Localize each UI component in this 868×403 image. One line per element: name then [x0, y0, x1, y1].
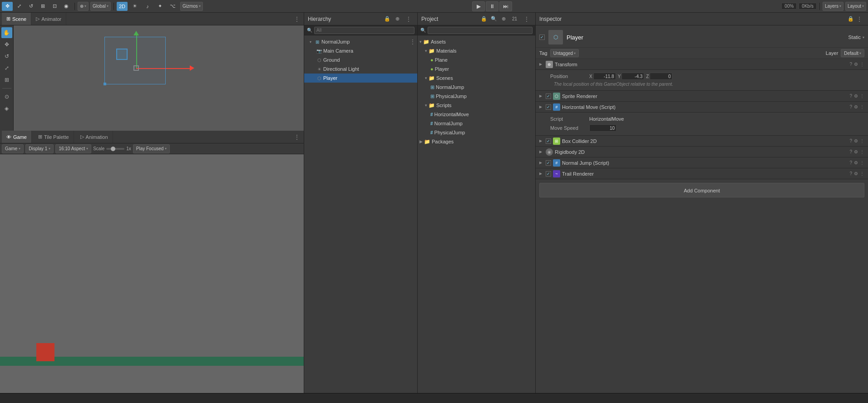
- inspector-lock-btn[interactable]: 🔒: [847, 15, 854, 23]
- project-add-btn[interactable]: ⊕: [500, 15, 508, 23]
- normaljump-help-btn[interactable]: ?: [849, 160, 852, 165]
- layer-dropdown[interactable]: Default ▾: [841, 49, 864, 57]
- audio-toggle[interactable]: ♪: [142, 2, 153, 11]
- boxcollider-menu-btn[interactable]: ⋮: [860, 138, 864, 143]
- position-z-input[interactable]: [650, 73, 672, 80]
- project-search-input[interactable]: [428, 27, 533, 34]
- horizontalmove-settings-btn[interactable]: ⚙: [854, 104, 858, 109]
- normaljump-settings-btn[interactable]: ⚙: [854, 160, 858, 165]
- move-tool-btn[interactable]: ✥: [1, 39, 12, 50]
- sprite-checkbox[interactable]: ✓: [546, 93, 551, 99]
- play-button[interactable]: ▶: [472, 1, 485, 11]
- sprite-help-btn[interactable]: ?: [849, 93, 852, 98]
- display-dropdown[interactable]: Display 1 ▾: [25, 144, 54, 153]
- scene-menu-btn[interactable]: ⋮: [292, 15, 302, 23]
- tab-animator[interactable]: ▷ Animator: [31, 13, 66, 25]
- multi-tool[interactable]: ◉: [61, 2, 72, 11]
- normaljump-menu-btn[interactable]: ⋮: [408, 39, 417, 45]
- scene-main-area[interactable]: [14, 25, 304, 131]
- project-menu-btn[interactable]: ⋮: [522, 15, 532, 23]
- rotate-tool-btn[interactable]: ↺: [1, 51, 12, 62]
- project-lock-btn[interactable]: 🔒: [480, 15, 488, 23]
- pivot-dropdown[interactable]: ⊕ ▾: [78, 2, 89, 11]
- project-normaljump-script[interactable]: # NormalJump: [418, 119, 535, 128]
- inspector-menu-btn[interactable]: ⋮: [854, 15, 864, 23]
- project-physicaljump-scene[interactable]: ⊞ PhysicalJump: [418, 92, 535, 101]
- hierarchy-item-normaljump[interactable]: ▾ ⊞ NormalJump ⋮: [304, 37, 417, 46]
- custom-tool-2[interactable]: ◈: [1, 103, 12, 114]
- rigidbody-settings-btn[interactable]: ⚙: [854, 149, 858, 154]
- hand-tool[interactable]: ✥: [2, 2, 13, 11]
- rotate-tool[interactable]: ↺: [25, 2, 36, 11]
- scale-tool[interactable]: ⊞: [37, 2, 48, 11]
- project-plane[interactable]: ● Plane: [418, 55, 535, 64]
- trail-renderer-header[interactable]: ▶ ✓ ~ Trail Renderer ? ⚙ ⋮: [536, 168, 868, 179]
- normaljump-menu-btn[interactable]: ⋮: [860, 160, 864, 165]
- project-assets[interactable]: ▾ 📁 Assets: [418, 37, 535, 46]
- hierarchy-item-maincamera[interactable]: 📷 Main Camera: [304, 46, 417, 55]
- global-dropdown[interactable]: Global ▾: [90, 2, 111, 11]
- hierarchy-search-input[interactable]: [314, 27, 414, 34]
- boxcollider-help-btn[interactable]: ?: [849, 138, 852, 143]
- project-normaljump-scene[interactable]: ⊞ NormalJump: [418, 83, 535, 92]
- project-physicaljump-script[interactable]: # PhysicalJump: [418, 128, 535, 137]
- tab-animation[interactable]: ▷ Animation: [76, 131, 113, 143]
- step-button[interactable]: ⏭: [499, 1, 512, 11]
- scale-tool-btn[interactable]: ⤢: [1, 63, 12, 74]
- game-dropdown[interactable]: Game ▾: [2, 144, 24, 153]
- trail-menu-btn[interactable]: ⋮: [860, 171, 864, 176]
- boxcollider-settings-btn[interactable]: ⚙: [854, 138, 858, 143]
- movespeed-input[interactable]: [589, 124, 616, 132]
- rect-tool[interactable]: ⊡: [49, 2, 60, 11]
- project-materials[interactable]: ▾ 📁 Materials: [418, 46, 535, 55]
- pause-button[interactable]: ⏸: [486, 1, 498, 11]
- transform-help-btn[interactable]: ?: [849, 62, 852, 67]
- rigidbody-help-btn[interactable]: ?: [849, 149, 852, 154]
- tag-dropdown[interactable]: Untagged ▾: [550, 49, 579, 57]
- object-name-field[interactable]: Player: [567, 34, 844, 41]
- layers-dropdown[interactable]: Layers ▾: [823, 2, 843, 11]
- scale-slider-track[interactable]: [106, 148, 124, 150]
- custom-tool-1[interactable]: ⊙: [1, 91, 12, 102]
- static-toggle[interactable]: Static ▾: [848, 34, 864, 40]
- transform-header[interactable]: ▶ ⊕ Transform ? ⚙ ⋮: [536, 59, 868, 70]
- effects-toggle[interactable]: ✦: [155, 2, 166, 11]
- rigidbody-header[interactable]: ▶ ◉ Rigidbody 2D ? ⚙ ⋮: [536, 147, 868, 157]
- hierarchy-add-btn[interactable]: ⊕: [394, 15, 401, 23]
- horizontalmove-checkbox[interactable]: ✓: [546, 104, 551, 110]
- transform-menu-btn[interactable]: ⋮: [860, 62, 864, 67]
- game-canvas[interactable]: [0, 154, 304, 393]
- horizontalmove-help-btn[interactable]: ?: [849, 104, 852, 109]
- aspect-dropdown[interactable]: 16:10 Aspect ▾: [55, 144, 91, 153]
- rect-tool-btn[interactable]: ⊞: [1, 74, 12, 85]
- normaljump-checkbox[interactable]: ✓: [546, 160, 551, 166]
- add-component-button[interactable]: Add Component: [539, 183, 864, 197]
- project-scenes[interactable]: ▾ 📁 Scenes: [418, 74, 535, 83]
- horizontal-move-header[interactable]: ▶ ✓ # Horizontal Move (Script) ? ⚙ ⋮: [536, 102, 868, 113]
- tab-game[interactable]: 👁 Game: [2, 131, 32, 143]
- tab-scene[interactable]: ⊞ Scene: [2, 13, 31, 25]
- project-packages[interactable]: ▶ 📁 Packages: [418, 137, 535, 146]
- gizmos-dropdown[interactable]: Gizmos ▾: [180, 2, 203, 11]
- trail-checkbox[interactable]: ✓: [546, 171, 551, 177]
- trail-settings-btn[interactable]: ⚙: [854, 171, 858, 176]
- play-focused-dropdown[interactable]: Play Focused ▾: [133, 144, 170, 153]
- box-collider-header[interactable]: ▶ ✓ ⊞ Box Collider 2D ? ⚙ ⋮: [536, 136, 868, 147]
- sprite-renderer-header[interactable]: ▶ ✓ ⬡ Sprite Renderer ? ⚙ ⋮: [536, 91, 868, 102]
- project-scripts[interactable]: ▾ 📁 Scripts: [418, 101, 535, 110]
- hierarchy-item-player[interactable]: ⬡ Player: [304, 74, 417, 83]
- hierarchy-menu-btn[interactable]: ⋮: [404, 15, 414, 23]
- trail-help-btn[interactable]: ?: [849, 171, 852, 176]
- position-x-input[interactable]: [593, 73, 616, 80]
- position-y-input[interactable]: [621, 73, 644, 80]
- sprite-menu-btn[interactable]: ⋮: [860, 93, 864, 98]
- camera-btn[interactable]: ⌥: [168, 2, 178, 11]
- transform-settings-btn[interactable]: ⚙: [854, 62, 858, 67]
- hierarchy-lock-btn[interactable]: 🔒: [384, 15, 391, 23]
- hierarchy-item-ground[interactable]: ⬡ Ground: [304, 55, 417, 64]
- layout-dropdown[interactable]: Layout ▾: [845, 2, 866, 11]
- hand-tool-btn[interactable]: ✋: [1, 27, 12, 38]
- project-player-mesh[interactable]: ● Player: [418, 64, 535, 74]
- 2d-toggle[interactable]: 2D: [117, 2, 128, 11]
- game-menu-btn[interactable]: ⋮: [292, 133, 302, 141]
